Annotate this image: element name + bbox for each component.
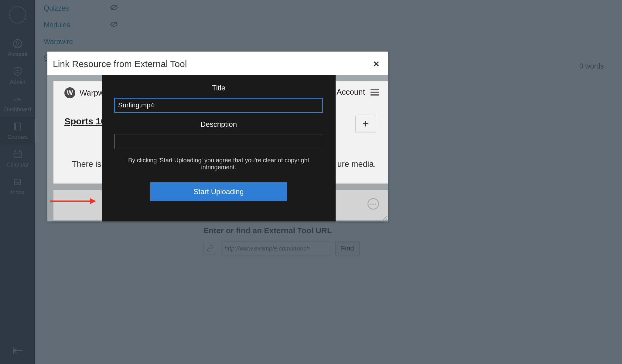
dialog-body: W Warpw Account Sports 102 + There is no… (47, 75, 388, 221)
tool-account-row: Account (337, 87, 379, 97)
start-uploading-button[interactable]: Start Uploading (150, 182, 287, 201)
dialog-header: Link Resource from External Tool ✕ (47, 52, 388, 75)
tool-brand: W Warpw (64, 87, 104, 98)
empty-state-message-right: ure media. (337, 160, 376, 169)
account-label[interactable]: Account (337, 87, 365, 97)
upload-panel: Title Description By clicking 'Start Upl… (102, 75, 336, 221)
plus-icon: + (362, 117, 369, 130)
description-input[interactable] (114, 134, 323, 149)
link-resource-dialog: Link Resource from External Tool ✕ W War… (47, 52, 388, 221)
close-icon[interactable]: ✕ (373, 59, 380, 69)
description-label: Description (114, 120, 323, 129)
title-label: Title (114, 84, 323, 92)
add-button[interactable]: + (355, 115, 376, 133)
hamburger-icon[interactable] (371, 89, 379, 96)
resize-grip-icon[interactable] (381, 215, 387, 220)
dialog-title: Link Resource from External Tool (53, 59, 187, 69)
warpwire-badge-icon: W (64, 87, 75, 98)
tool-name: Warpw (80, 88, 104, 98)
more-icon[interactable]: ●●● (367, 198, 379, 210)
disclaimer-text: By clicking 'Start Uploading' you agree … (114, 157, 323, 171)
title-input[interactable] (114, 98, 323, 113)
